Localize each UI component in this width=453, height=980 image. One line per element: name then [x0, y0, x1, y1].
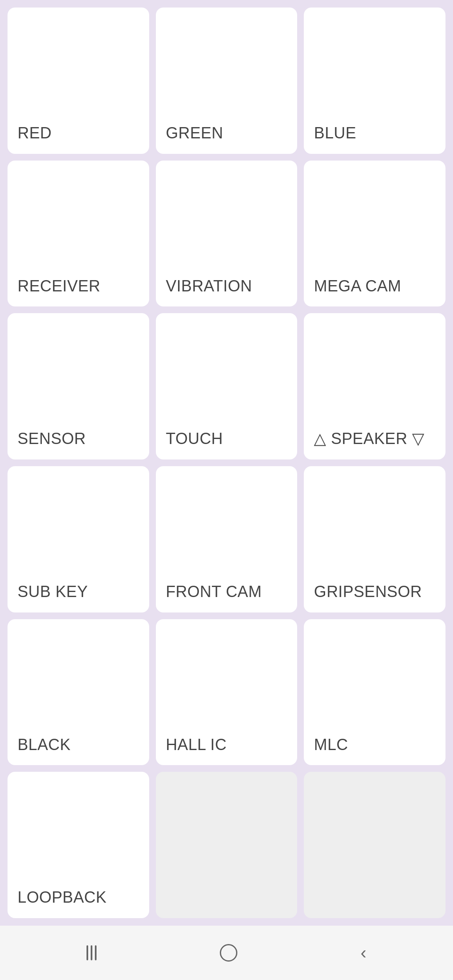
grid-item-hall-ic[interactable]: HALL IC: [156, 619, 298, 766]
grid-item-touch[interactable]: TOUCH: [156, 313, 298, 459]
grid-item-label-mlc: MLC: [314, 736, 348, 754]
grid-item-gripsensor[interactable]: GRIPSENSOR: [304, 466, 445, 612]
grid-item-loopback[interactable]: LOOPBACK: [8, 772, 149, 918]
grid-item-label-hall-ic: HALL IC: [166, 736, 227, 754]
main-grid: REDGREENBLUERECEIVERVIBRATIONMEGA CAMSEN…: [0, 0, 453, 918]
grid-item-label-sensor: SENSOR: [18, 430, 86, 448]
grid-item-label-touch: TOUCH: [166, 430, 223, 448]
back-button[interactable]: ‹: [361, 944, 366, 962]
grid-item-blue[interactable]: BLUE: [304, 8, 445, 154]
grid-item-sensor[interactable]: SENSOR: [8, 313, 149, 459]
navigation-bar: ‹: [0, 926, 453, 980]
grid-item-green[interactable]: GREEN: [156, 8, 298, 154]
grid-item-label-vibration: VIBRATION: [166, 278, 252, 295]
grid-item-label-speaker: △ SPEAKER ▽: [314, 430, 424, 448]
grid-item-label-sub-key: SUB KEY: [18, 583, 88, 601]
grid-item-black[interactable]: BLACK: [8, 619, 149, 766]
grid-item-label-mega-cam: MEGA CAM: [314, 278, 401, 295]
grid-item-receiver[interactable]: RECEIVER: [8, 161, 149, 307]
grid-item-mlc[interactable]: MLC: [304, 619, 445, 766]
grid-item-label-front-cam: FRONT CAM: [166, 583, 262, 601]
grid-item-label-black: BLACK: [18, 736, 71, 754]
grid-item-empty2: [304, 772, 445, 918]
home-button[interactable]: [220, 944, 237, 962]
grid-item-empty1: [156, 772, 298, 918]
grid-item-label-gripsensor: GRIPSENSOR: [314, 583, 422, 601]
grid-item-mega-cam[interactable]: MEGA CAM: [304, 161, 445, 307]
grid-item-label-green: GREEN: [166, 125, 224, 142]
grid-item-vibration[interactable]: VIBRATION: [156, 161, 298, 307]
grid-item-label-loopback: LOOPBACK: [18, 889, 107, 906]
grid-item-red[interactable]: RED: [8, 8, 149, 154]
grid-item-label-receiver: RECEIVER: [18, 278, 100, 295]
recent-apps-button[interactable]: [87, 945, 97, 960]
grid-item-front-cam[interactable]: FRONT CAM: [156, 466, 298, 612]
grid-item-label-blue: BLUE: [314, 125, 356, 142]
grid-item-speaker[interactable]: △ SPEAKER ▽: [304, 313, 445, 459]
grid-item-sub-key[interactable]: SUB KEY: [8, 466, 149, 612]
grid-item-label-red: RED: [18, 125, 52, 142]
